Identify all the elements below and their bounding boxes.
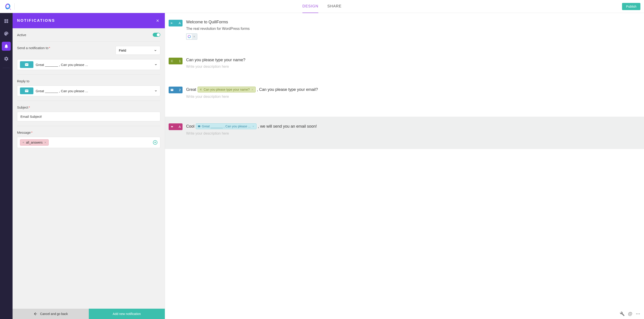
attachment-logo-icon[interactable] bbox=[187, 34, 192, 39]
recall-chip[interactable]: Great _______ , Can you please ... bbox=[196, 123, 256, 129]
attachment-remove-icon[interactable] bbox=[192, 34, 197, 39]
add-variable-button[interactable]: + bbox=[153, 140, 158, 145]
form-canvas: A Welcome to QuillForms The real revolut… bbox=[165, 13, 644, 319]
chip-remove-icon[interactable] bbox=[44, 141, 47, 144]
send-to-label: Send a notification to* bbox=[17, 46, 50, 50]
active-toggle[interactable] bbox=[153, 33, 160, 37]
chevron-down-icon bbox=[154, 49, 157, 52]
rail-divider bbox=[3, 68, 10, 68]
add-notification-button[interactable]: Add new notification bbox=[89, 309, 165, 319]
quote-icon bbox=[170, 125, 174, 128]
message-label: Message* bbox=[17, 131, 32, 134]
tab-design[interactable]: DESIGN bbox=[302, 0, 318, 13]
block-description[interactable]: Write your description here bbox=[186, 131, 640, 136]
reply-to-field-select[interactable]: Great _______ , Can you please ... bbox=[17, 86, 160, 96]
tab-share[interactable]: SHARE bbox=[328, 0, 342, 13]
subject-input[interactable] bbox=[17, 112, 160, 121]
block-question-2[interactable]: 2 Great Can you please type your name? ,… bbox=[168, 87, 640, 99]
chip-remove-icon[interactable] bbox=[251, 88, 254, 91]
svg-rect-1 bbox=[6, 19, 8, 21]
plus-icon bbox=[22, 141, 25, 144]
icon-rail bbox=[0, 13, 12, 319]
email-icon bbox=[20, 61, 34, 68]
block-subtitle[interactable]: The real revolution for WordPress forms bbox=[186, 27, 640, 31]
block-title[interactable]: Great Can you please type your name? , C… bbox=[186, 87, 640, 92]
block-badge: 1 bbox=[168, 58, 182, 64]
send-to-type-select[interactable]: Field bbox=[116, 46, 160, 55]
chip-remove-icon[interactable] bbox=[252, 125, 254, 128]
rail-theme[interactable] bbox=[2, 29, 11, 38]
top-tabs: DESIGN SHARE bbox=[302, 0, 342, 13]
svg-rect-2 bbox=[4, 21, 6, 23]
block-title[interactable]: Can you please type your name? bbox=[186, 58, 640, 62]
block-title[interactable]: Welcome to QuillForms bbox=[186, 20, 640, 25]
block-thankyou[interactable]: A Cool Great _______ , Can you please ..… bbox=[168, 123, 640, 136]
block-welcome[interactable]: A Welcome to QuillForms The real revolut… bbox=[168, 20, 640, 40]
app-logo[interactable] bbox=[4, 3, 12, 11]
send-to-field-value: Great _______ , Can you please ... bbox=[36, 63, 152, 67]
subject-label: Subject* bbox=[17, 105, 30, 109]
svg-point-7 bbox=[639, 313, 640, 314]
svg-rect-0 bbox=[4, 19, 6, 21]
panel-title: NOTIFICATIONS bbox=[17, 19, 55, 23]
panel-header: NOTIFICATIONS bbox=[12, 13, 165, 28]
publish-button[interactable]: Publish bbox=[622, 3, 640, 10]
text-icon bbox=[200, 88, 202, 91]
email-icon bbox=[198, 125, 200, 128]
svg-point-4 bbox=[188, 35, 190, 38]
panel-footer: Cancel and go back Add new notification bbox=[12, 309, 165, 319]
close-icon[interactable] bbox=[155, 18, 160, 23]
recall-chip[interactable]: Can you please type your name? bbox=[198, 87, 256, 92]
svg-point-6 bbox=[638, 313, 638, 314]
block-title[interactable]: Cool Great _______ , Can you please ... … bbox=[186, 123, 640, 129]
rail-dashboard[interactable] bbox=[2, 17, 11, 26]
block-description[interactable]: Write your description here bbox=[186, 95, 640, 99]
rail-settings[interactable] bbox=[2, 54, 11, 63]
enter-icon bbox=[170, 22, 174, 25]
canvas-toolbar: @ bbox=[620, 311, 640, 316]
cancel-button[interactable]: Cancel and go back bbox=[12, 309, 89, 319]
send-to-field-select[interactable]: Great _______ , Can you please ... bbox=[17, 59, 160, 70]
message-chip[interactable]: all_answers bbox=[20, 139, 49, 146]
logo-divider bbox=[14, 3, 14, 10]
attachment-widget bbox=[186, 34, 197, 40]
block-badge: A bbox=[168, 20, 182, 27]
more-icon[interactable] bbox=[636, 311, 640, 316]
reply-to-label: Reply to bbox=[17, 79, 29, 83]
mention-icon[interactable]: @ bbox=[628, 311, 632, 316]
svg-point-5 bbox=[636, 313, 637, 314]
email-icon bbox=[20, 88, 34, 94]
send-to-type-value: Field bbox=[119, 49, 126, 52]
chevron-down-icon bbox=[154, 63, 158, 66]
text-icon bbox=[170, 60, 174, 63]
block-badge: 2 bbox=[168, 87, 182, 93]
notifications-panel: NOTIFICATIONS Active Send a notification… bbox=[12, 13, 165, 319]
email-icon bbox=[170, 88, 174, 92]
reply-to-field-value: Great _______ , Can you please ... bbox=[36, 89, 152, 93]
chevron-down-icon bbox=[154, 89, 158, 92]
arrow-left-icon bbox=[34, 311, 38, 316]
block-description[interactable]: Write your description here bbox=[186, 65, 640, 69]
wrench-icon[interactable] bbox=[620, 311, 625, 316]
active-label: Active bbox=[17, 33, 26, 37]
topbar: DESIGN SHARE Publish bbox=[0, 0, 644, 13]
message-input[interactable]: all_answers + bbox=[17, 137, 160, 148]
block-question-1[interactable]: 1 Can you please type your name? Write y… bbox=[168, 58, 640, 69]
rail-notifications[interactable] bbox=[2, 42, 11, 51]
block-badge: A bbox=[168, 123, 182, 130]
svg-rect-3 bbox=[6, 21, 8, 23]
